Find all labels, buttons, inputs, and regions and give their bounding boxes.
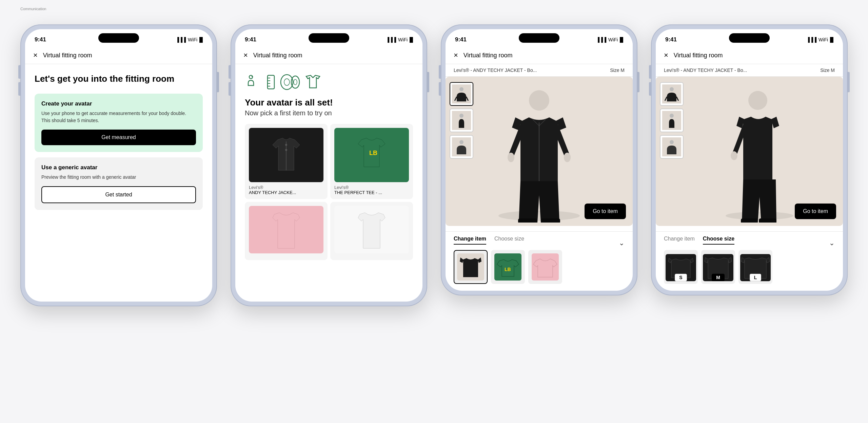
phone-2: 9:41 ▐▐▐ WiFi █ × Virtual fitting room [231, 24, 427, 306]
item-brand-1: Levi's® [249, 185, 323, 190]
svg-point-9 [291, 76, 299, 88]
thumb-full-4[interactable] [660, 82, 684, 106]
signal-icon: ▐▐▐ [176, 37, 186, 42]
thumb-full-3[interactable] [450, 82, 473, 106]
notch-1 [98, 33, 139, 43]
battery-icon: █ [199, 37, 203, 42]
scroll-item-pink-3[interactable] [528, 250, 562, 284]
create-avatar-title: Create your avatar [41, 100, 196, 107]
svg-text:LB: LB [369, 150, 377, 156]
white-top-svg [356, 208, 387, 252]
items-grid: Levi's® ANDY TECHY JACKE... LB Levi's® T… [245, 124, 413, 260]
close-button-1[interactable]: × [33, 51, 38, 60]
svg-rect-2 [268, 75, 274, 89]
tab-change-item-3[interactable]: Change item [454, 236, 486, 245]
page-label: Communication [20, 7, 46, 11]
jacket-svg-1 [271, 133, 301, 177]
scroll-item-jacket-3[interactable] [454, 250, 488, 284]
product-size-4: Size M [820, 68, 835, 73]
size-label-M: M [712, 274, 725, 281]
svg-point-42 [670, 140, 674, 144]
thumb-back-3[interactable] [450, 135, 473, 159]
go-to-item-button-4[interactable]: Go to item [795, 204, 836, 219]
ruler-icon [266, 74, 276, 91]
svg-point-20 [459, 114, 463, 118]
product-size-3: Size M [610, 68, 625, 73]
item-white-top[interactable] [330, 202, 413, 260]
thumb-side-svg-3 [452, 111, 471, 130]
phone-4: 9:41 ▐▐▐ WiFi █ × Virtual fitting room L… [651, 24, 848, 295]
thumb-back-svg-3 [452, 137, 471, 156]
items-scroll-row-3: LB [454, 250, 625, 284]
size-item-L[interactable]: L [738, 250, 772, 284]
scroll-jacket-svg-3 [457, 253, 484, 281]
chevron-icon-4: ⌄ [829, 239, 835, 247]
item-name-2: THE PERFECT TEE - ... [334, 190, 409, 195]
nav-title-1: Virtual fitting room [43, 52, 92, 59]
phones-row: 9:41 ▐▐▐ WiFi █ × Virtual fitting room L… [20, 24, 848, 306]
svg-rect-47 [741, 218, 758, 223]
close-button-2[interactable]: × [243, 51, 248, 60]
nav-bar-3: × Virtual fitting room [446, 47, 633, 64]
item-tee-1[interactable]: LB Levi's® THE PERFECT TEE - ... [330, 124, 413, 199]
status-bar-3: 9:41 ▐▐▐ WiFi █ [446, 29, 633, 47]
wifi-icon-3: WiFi [608, 37, 618, 42]
time-1: 9:41 [35, 36, 46, 43]
screen2-title: Your avatar is all set! [245, 97, 413, 108]
svg-point-13 [285, 149, 287, 151]
notch-3 [519, 33, 559, 43]
bottom-bar-3: Change item Choose size ⌄ [446, 231, 633, 291]
create-avatar-card: Create your avatar Use your phone to get… [35, 94, 203, 152]
status-icons-1: ▐▐▐ WiFi █ [176, 37, 203, 42]
get-started-button[interactable]: Get started [41, 186, 196, 203]
product-info-4: Levi's® - ANDY TECHY JACKET - Bo... Size… [656, 64, 843, 77]
go-to-item-button-3[interactable]: Go to item [585, 204, 626, 219]
screen-content-1: Let's get you into the fitting room Crea… [25, 64, 212, 302]
svg-rect-29 [518, 218, 537, 223]
item-pink-top[interactable] [245, 202, 328, 260]
get-measured-button[interactable]: Get measured [41, 130, 196, 145]
battery-icon-3: █ [620, 37, 623, 42]
thumb-full-svg-4 [662, 84, 681, 103]
battery-icon-4: █ [830, 37, 833, 42]
svg-point-44 [726, 212, 793, 220]
product-name-3: Levi's® - ANDY TECHY JACKET - Bo... [454, 68, 537, 73]
time-4: 9:41 [665, 36, 677, 43]
tabs-row-4: Change item Choose size [664, 236, 734, 245]
item-jacket-1[interactable]: Levi's® ANDY TECHY JACKE... [245, 124, 328, 199]
thumb-back-4[interactable] [660, 135, 684, 159]
avatar-thumbnails-3 [450, 82, 473, 159]
tshirt-icon [304, 74, 321, 91]
size-item-S[interactable]: S [664, 250, 698, 284]
status-bar-2: 9:41 ▐▐▐ WiFi █ [235, 29, 422, 47]
screen1-title: Let's get you into the fitting room [35, 74, 203, 84]
svg-point-46 [731, 151, 737, 160]
screen2-subtitle: Now pick a first item to try on [245, 109, 413, 117]
status-bar-1: 9:41 ▐▐▐ WiFi █ [25, 29, 212, 47]
wifi-icon: WiFi [188, 37, 197, 42]
svg-point-27 [508, 153, 514, 162]
scroll-pink-svg-3 [532, 253, 559, 281]
nav-title-4: Virtual fitting room [674, 52, 723, 59]
size-item-M[interactable]: M [701, 250, 735, 284]
svg-point-24 [498, 211, 580, 221]
status-icons-3: ▐▐▐ WiFi █ [596, 37, 623, 42]
thumb-side-3[interactable] [450, 109, 473, 132]
thumb-back-svg-4 [662, 137, 681, 156]
chevron-icon-3: ⌄ [619, 239, 625, 247]
close-button-3[interactable]: × [454, 51, 458, 60]
close-button-4[interactable]: × [664, 51, 668, 60]
phone-1: 9:41 ▐▐▐ WiFi █ × Virtual fitting room L… [20, 24, 217, 306]
thumb-side-4[interactable] [660, 109, 684, 132]
svg-point-10 [294, 79, 297, 85]
tab-choose-size-4[interactable]: Choose size [703, 236, 734, 245]
generic-avatar-desc: Preview the fitting room with a generic … [41, 174, 196, 181]
svg-point-36 [670, 87, 674, 91]
svg-text:LB: LB [505, 267, 511, 272]
tab-choose-size-3[interactable]: Choose size [494, 236, 524, 245]
tab-change-item-4[interactable]: Change item [664, 236, 695, 245]
scroll-item-tee-3[interactable]: LB [491, 250, 525, 284]
create-avatar-desc: Use your phone to get accurate measureme… [41, 110, 196, 124]
avatar-thumbnails-4 [660, 82, 684, 159]
svg-line-1 [252, 76, 252, 77]
